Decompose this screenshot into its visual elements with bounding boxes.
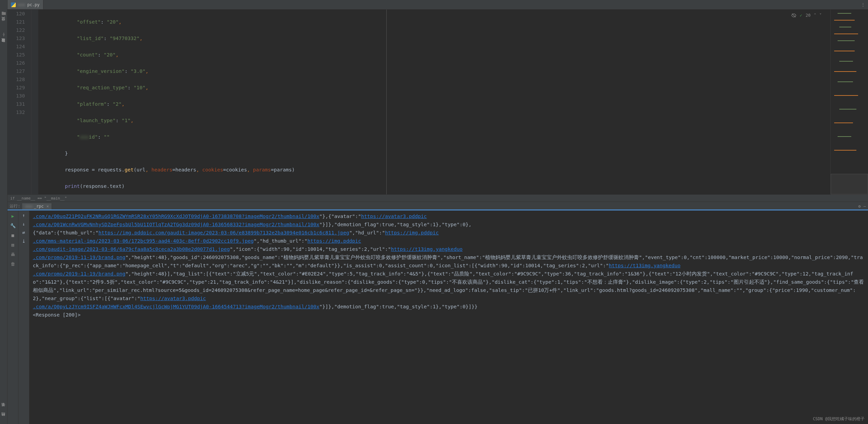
console-link[interactable]: .com/promo/2019-11-19/brand.png [33, 255, 125, 260]
inspection-count: 20 [806, 13, 811, 18]
watermark: CSDN @我想吃橘子味的橙子 [813, 416, 865, 422]
run-toolbar-left: ▶ 🔧 ■ ▤ 🖶 🗑 [8, 211, 18, 424]
left-sidebar: 项目 提交 拉取请求 书签 结构 [0, 0, 8, 424]
tab-filename-blur: xxx [18, 2, 25, 7]
console-link[interactable]: .com/a/Q01WcnRwVGMvNnhySDZpeFpsbUl5bU1IO… [33, 222, 319, 227]
nav-down-icon[interactable]: ˅ [819, 13, 822, 18]
minimap[interactable] [830, 10, 868, 194]
sidebar-structure[interactable]: 结构 [1, 418, 6, 421]
print-icon[interactable]: 🖶 [10, 251, 16, 257]
console-link[interactable]: https://t13img.yangkeduo [391, 246, 463, 252]
inspection-widget[interactable]: ✓ 20 ˄ ˅ [789, 12, 824, 18]
line-number: 124 [8, 42, 25, 51]
console-link[interactable]: https://img.pddpic [385, 230, 439, 235]
console-link[interactable]: https://avatar3.pddpic [140, 296, 206, 301]
console-link[interactable]: .com/mms-material-img/2023-03-06/172bc99… [33, 238, 254, 244]
wrench-icon[interactable]: 🔧 [10, 222, 16, 229]
svg-point-0 [3, 34, 4, 35]
settings-icon[interactable]: ⚙ [858, 204, 861, 209]
stop-button[interactable]: ■ [10, 232, 16, 238]
python-file-icon [11, 2, 16, 7]
line-number: 125 [8, 51, 25, 59]
console-link[interactable]: https://avatar3.pddpic [361, 214, 427, 219]
commit-icon [1, 32, 6, 37]
line-number: 121 [8, 18, 25, 26]
sidebar-project[interactable]: 项目 [1, 1, 6, 4]
sidebar-pull[interactable]: 拉取请求 [1, 44, 6, 47]
line-number: 131 [8, 100, 25, 108]
console-link[interactable]: .com/promo/2019-11-19/brand.png [33, 271, 125, 277]
trash-icon[interactable]: 🗑 [10, 261, 16, 267]
line-number: 129 [8, 83, 25, 92]
scroll-down-icon[interactable]: ↓ [23, 221, 25, 227]
console-link[interactable]: https://img.pddpic [307, 238, 361, 244]
console-link[interactable]: .com/a/Q0uqZ21PQ2uFK2NRuGQ1RGZWYmRSR28xY… [33, 214, 319, 219]
line-number: 120 [8, 10, 25, 18]
sidebar-bookmark[interactable]: 书签 [1, 408, 6, 411]
line-number: 123 [8, 34, 25, 42]
tab-menu-icon[interactable]: ⋮ [858, 0, 868, 9]
scroll-end-icon[interactable]: ⤓ [22, 239, 26, 244]
run-button[interactable]: ▶ [10, 213, 16, 219]
editor-separator [386, 10, 387, 194]
run-tool-window: 运行: xxx_rpc × ⚙ — ▶ 🔧 ■ ▤ 🖶 🗑 ↑ ↓ ⇄ ⤓ .c… [8, 202, 868, 424]
line-number: 126 [8, 59, 25, 67]
tab-filename: pc.py [27, 2, 40, 7]
eye-off-icon [791, 13, 796, 18]
nav-up-icon[interactable]: ˄ [814, 13, 816, 18]
check-icon: ✓ [800, 13, 802, 18]
line-number: 132 [8, 108, 25, 116]
soft-wrap-icon[interactable]: ⇄ [23, 230, 25, 235]
editor-tab-bar: xxxpc.py ⋮ [8, 0, 868, 10]
line-number: 127 [8, 67, 25, 75]
console-link[interactable]: https://t13img.yangkeduo [609, 263, 681, 268]
close-icon[interactable]: × [46, 204, 49, 209]
editor-tab[interactable]: xxxpc.py [8, 0, 43, 9]
code-editor[interactable]: 120 121 122 123 124 125 126 127 128 129 … [8, 10, 868, 194]
folder-icon [1, 11, 6, 16]
code-area[interactable]: "offset": "20", "list_id": "94770332", "… [38, 10, 868, 194]
breadcrumb[interactable]: if __name__ == "__main__" [8, 194, 868, 202]
line-number: 122 [8, 26, 25, 34]
line-number: 128 [8, 75, 25, 83]
fold-column [31, 10, 38, 194]
sidebar-commit[interactable]: 提交 [1, 23, 6, 25]
line-gutter: 120 121 122 123 124 125 126 127 128 129 … [8, 10, 31, 194]
console-link[interactable]: .com/a/Q0pyLzJYcm9ISFZ4aWJHWFcxMDl4SEwvc… [33, 304, 319, 309]
scroll-up-icon[interactable]: ↑ [23, 213, 25, 218]
minimap-viewport[interactable] [831, 174, 868, 194]
console-link[interactable]: https://img.pddpic.com/gaudit-image/2023… [98, 230, 349, 235]
run-label: 运行: [10, 203, 20, 209]
line-number: 130 [8, 92, 25, 100]
console-link[interactable]: .com/gaudit-image/2023-03-06/6a79cfaa8a5… [33, 246, 230, 252]
response-status: <Response [200]> [33, 312, 81, 318]
minimize-icon[interactable]: — [864, 204, 866, 209]
console-output[interactable]: .com/a/Q0uqZ21PQ2uFK2NRuGQ1RGZWYmRSR28xY… [29, 211, 868, 424]
run-toolbar-right: ↑ ↓ ⇄ ⤓ [18, 211, 29, 424]
run-config-tab[interactable]: xxx_rpc × [22, 203, 52, 209]
run-header: 运行: xxx_rpc × ⚙ — [8, 202, 868, 211]
layout-icon[interactable]: ▤ [10, 242, 16, 248]
